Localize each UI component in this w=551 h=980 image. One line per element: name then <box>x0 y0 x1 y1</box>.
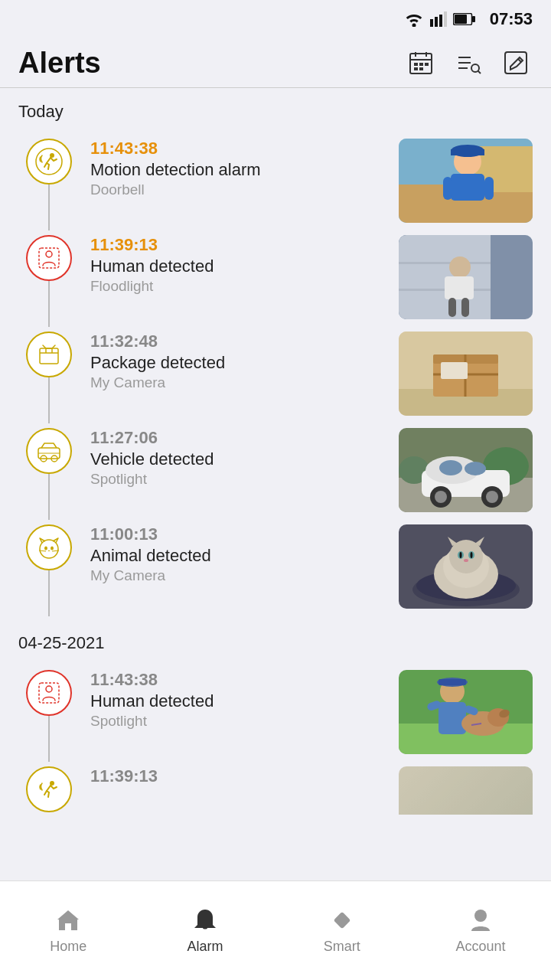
timeline-line <box>48 570 50 616</box>
nav-label-smart: Smart <box>324 939 360 955</box>
alert-info: 11:39:13 Human detected Floodlight <box>80 235 390 295</box>
package-icon <box>35 341 63 368</box>
animal-icon <box>35 534 63 561</box>
thumb-image <box>399 428 533 512</box>
alert-thumbnail[interactable] <box>399 235 533 319</box>
svg-rect-6 <box>472 16 475 22</box>
svg-rect-3 <box>439 15 442 27</box>
alert-device: My Camera <box>90 567 390 584</box>
svg-point-84 <box>464 559 468 562</box>
alert-info: 11:39:13 <box>80 766 390 786</box>
svg-rect-42 <box>445 276 474 299</box>
app-header: Alerts <box>0 38 551 80</box>
list-item[interactable]: 11:27:06 Vehicle detected Spotlight <box>18 419 551 521</box>
timeline-col <box>18 524 80 570</box>
alert-thumbnail[interactable] <box>399 766 533 815</box>
human-detect-icon <box>35 244 63 272</box>
svg-rect-45 <box>40 348 58 364</box>
alert-title: Vehicle detected <box>90 449 390 469</box>
wifi-icon <box>404 11 424 27</box>
status-icons <box>404 11 476 27</box>
nav-label-alarm: Alarm <box>187 939 223 955</box>
human-detect-icon2 <box>35 679 63 707</box>
thumb-image <box>399 139 533 223</box>
svg-point-36 <box>46 251 52 257</box>
svg-rect-38 <box>399 235 491 319</box>
alert-time: 11:39:13 <box>90 235 390 255</box>
thumb-image <box>399 670 533 754</box>
svg-point-82 <box>460 552 462 558</box>
vehicle-icon-circle <box>26 428 72 474</box>
list-item[interactable]: 11:39:13 <box>18 757 551 815</box>
alert-thumbnail[interactable] <box>399 524 533 609</box>
alert-title: Human detected <box>90 691 390 711</box>
motion-icon <box>35 148 63 175</box>
svg-rect-39 <box>399 262 491 264</box>
svg-rect-7 <box>455 15 467 24</box>
list-item[interactable]: 11:32:48 Package detected My Camera <box>18 322 551 425</box>
alert-info: 11:43:38 Human detected Spotlight <box>80 670 390 730</box>
status-time: 07:53 <box>490 9 533 29</box>
nav-item-home[interactable]: Home <box>30 899 106 962</box>
alert-title: Motion detection alarm <box>90 160 390 180</box>
svg-rect-100 <box>334 912 351 929</box>
alert-device: My Camera <box>90 374 390 391</box>
package-icon-circle <box>26 332 72 377</box>
bell-icon <box>191 906 219 934</box>
thumb-image <box>399 332 533 416</box>
human-icon-circle <box>26 235 72 281</box>
svg-point-70 <box>44 547 47 550</box>
list-item[interactable]: 11:43:38 Human detected Spotlight <box>18 661 551 763</box>
nav-item-alarm[interactable]: Alarm <box>167 899 243 962</box>
nav-item-account[interactable]: Account <box>441 899 521 962</box>
nav-label-account: Account <box>456 939 506 955</box>
timeline-col <box>18 670 80 716</box>
nav-item-smart[interactable]: Smart <box>304 899 380 962</box>
alert-thumbnail[interactable] <box>399 428 533 512</box>
alert-info: 11:27:06 Vehicle detected Spotlight <box>80 428 390 488</box>
battery-icon <box>453 13 476 25</box>
alert-thumbnail[interactable] <box>399 139 533 223</box>
human-icon-circle2 <box>26 670 72 716</box>
svg-rect-2 <box>435 17 438 27</box>
svg-rect-44 <box>461 298 469 317</box>
calendar-button[interactable] <box>404 46 438 80</box>
timeline-line <box>48 185 50 230</box>
svg-point-68 <box>486 491 498 503</box>
list-item[interactable]: 11:00:13 Animal detected My Camera <box>18 515 551 618</box>
svg-point-86 <box>46 686 52 692</box>
nav-label-home: Home <box>50 939 86 955</box>
alert-device: Doorbell <box>90 181 390 198</box>
alert-thumbnail[interactable] <box>399 670 533 754</box>
svg-rect-16 <box>419 67 423 70</box>
svg-point-41 <box>449 256 471 278</box>
timeline-col <box>18 766 80 812</box>
search-list-button[interactable] <box>452 46 485 80</box>
thumb-image <box>399 524 533 609</box>
svg-point-71 <box>51 547 54 550</box>
svg-point-0 <box>412 24 416 28</box>
alert-device: Spotlight <box>90 713 390 730</box>
timeline-col <box>18 428 80 474</box>
svg-point-24 <box>36 149 62 175</box>
timeline-col <box>18 139 80 185</box>
svg-rect-13 <box>419 63 423 66</box>
list-item[interactable]: 11:39:13 Human detected Floodlight <box>18 226 551 328</box>
timeline-line <box>48 716 50 762</box>
edit-button[interactable] <box>499 46 533 80</box>
edit-icon <box>503 50 529 76</box>
thumb-image <box>399 235 533 319</box>
svg-rect-4 <box>444 11 447 27</box>
alert-title: Package detected <box>90 353 390 373</box>
svg-rect-22 <box>505 52 527 74</box>
svg-rect-1 <box>430 19 433 27</box>
calendar-icon <box>408 50 434 76</box>
alert-time: 11:27:06 <box>90 428 390 448</box>
section-date: 04-25-2021 <box>0 618 551 661</box>
alert-thumbnail[interactable] <box>399 332 533 416</box>
alert-info: 11:32:48 Package detected My Camera <box>80 332 390 391</box>
diamond-icon <box>328 906 356 934</box>
timeline-line <box>48 377 50 423</box>
alert-time: 11:39:13 <box>90 766 390 786</box>
list-item[interactable]: 11:43:38 Motion detection alarm Doorbell <box>18 129 551 232</box>
